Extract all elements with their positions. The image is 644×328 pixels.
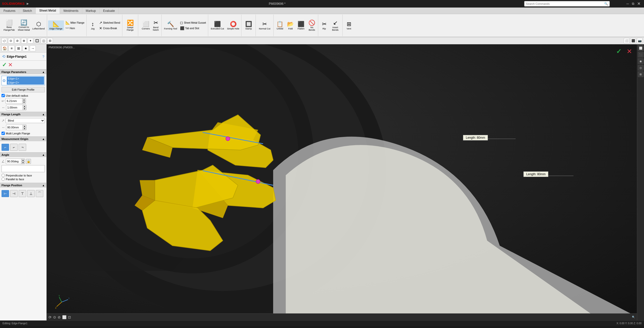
gap-up[interactable]: ▲ [23, 105, 26, 107]
flange-parameters-header[interactable]: Flange Parameters ▲ [0, 69, 46, 74]
mini-tool-3[interactable]: ◉ [638, 58, 643, 64]
insert-bends-btn[interactable]: ↙InsertBends [330, 19, 341, 32]
tab-features[interactable]: Features [0, 8, 19, 14]
hem-btn[interactable]: 〰Hem [64, 26, 86, 31]
edit-flange-profile-btn[interactable]: Edit Flange Profile [2, 87, 45, 92]
angle-up[interactable]: ▲ [21, 159, 25, 161]
sub-tool-2[interactable]: ⊙ [8, 38, 14, 44]
flange-length-header[interactable]: Flange Length ▲ [0, 112, 46, 117]
help-icon[interactable]: ? [42, 55, 44, 59]
mini-tool-4[interactable]: ◎ [638, 65, 643, 70]
parallel-face-radio[interactable] [2, 177, 5, 181]
simple-hole-btn[interactable]: ⭕Simple Hole [226, 20, 240, 30]
meas-btn-bend-inside[interactable]: ¬ [19, 144, 26, 151]
measurement-origin-header[interactable]: Measurement Origin ▲ [0, 136, 46, 141]
sub-tool-1[interactable]: ⭯ [2, 38, 7, 44]
tab-markup[interactable]: Markup [82, 8, 100, 14]
rip-btn[interactable]: ✂Rip [320, 20, 329, 30]
angle-ref-input[interactable] [2, 165, 45, 172]
fp-material-outside[interactable]: ⊣ [10, 190, 18, 197]
sub-tool-7[interactable]: ◫ [41, 38, 46, 44]
length-input[interactable] [6, 125, 23, 129]
panel-tool-star[interactable]: ★ [23, 45, 29, 51]
length-up[interactable]: ▲ [23, 125, 26, 127]
normal-cut-btn[interactable]: ✂Normal Cut [257, 20, 272, 30]
vent-btn[interactable]: ⊞Vent [344, 20, 354, 30]
unfold-btn[interactable]: 📋Unfold [275, 20, 285, 30]
meas-btn-bend-outside[interactable]: ⌐ [10, 144, 18, 151]
lofted-btn[interactable]: ⬡Lofted-Bend [31, 20, 46, 30]
miter-flange-btn[interactable]: 📐Miter Flange [64, 20, 86, 25]
edge-item-2[interactable]: Edge<2> [7, 81, 44, 85]
mini-tool-1[interactable]: ⬜ [638, 45, 643, 51]
angle-header[interactable]: Angle ▲ [0, 152, 46, 157]
swept-flange-btn[interactable]: 🔀SweptFlange [124, 19, 136, 32]
flange-position-header[interactable]: Flange Position ▲ [0, 183, 46, 188]
flange-type-select[interactable]: Blind Up to Vertex Up to Surface [6, 118, 45, 123]
bt-2[interactable]: ⊙ [53, 315, 56, 319]
tab-evaluate[interactable]: Evaluate [100, 8, 119, 14]
reject-button[interactable]: ✕ [8, 62, 13, 68]
radius-up[interactable]: ▲ [22, 98, 26, 101]
radius-input[interactable] [6, 99, 22, 103]
sub-tool-4[interactable]: ⊕ [21, 38, 27, 44]
fp-tangent[interactable]: ⌒ [36, 190, 43, 197]
edge-flange-btn[interactable]: 📐Edge Flange [48, 20, 64, 30]
restore-button[interactable]: ⧉ [630, 2, 636, 6]
cross-break-btn[interactable]: ✕Cross-Break [98, 26, 121, 31]
fp-material-inside[interactable]: ⊢ [2, 190, 9, 197]
no-bends-btn[interactable]: 🚫NoBends [307, 19, 317, 32]
angle-input[interactable] [6, 159, 21, 163]
bt-5[interactable]: ⊡ [68, 315, 71, 319]
view-toggle-2[interactable]: ⬛ [630, 38, 636, 44]
minimize-button[interactable]: ─ [625, 2, 630, 6]
tab-slot-btn[interactable]: ⬛Tab and Slot [179, 26, 207, 31]
angle-lock-btn[interactable]: 🔒 [26, 159, 31, 164]
sketched-bend-btn[interactable]: ↗Sketched Bend [98, 20, 121, 25]
multi-length-checkbox[interactable] [2, 132, 5, 135]
bt-1[interactable]: ⟳ [49, 315, 52, 319]
fp-bend-inside[interactable]: ⊥ [27, 190, 35, 197]
sheet-metal-gusset-btn[interactable]: ◻Sheet Metal Gusset [179, 20, 207, 25]
panel-tool-arrow[interactable]: → [30, 45, 36, 51]
stamp-btn[interactable]: 🔲Stamp [243, 20, 254, 30]
bt-4[interactable]: ⬜ [62, 315, 66, 319]
bt-3[interactable]: ⊘ [58, 315, 61, 319]
mini-tool-2[interactable]: ⬛ [638, 52, 643, 57]
panel-tool-home[interactable]: 🏠 [2, 45, 8, 51]
fold-btn[interactable]: 📂Fold [286, 20, 295, 30]
corners-btn[interactable]: ⬜Corners [140, 20, 152, 30]
use-default-radius-checkbox[interactable] [2, 94, 5, 97]
panel-tool-grid[interactable]: ⊞ [16, 45, 22, 51]
tab-weldments[interactable]: Weldments [60, 8, 82, 14]
flatten-btn[interactable]: ⬛Flatten [296, 20, 306, 30]
viewport-accept-btn[interactable]: ✓ [614, 47, 623, 56]
radius-down[interactable]: ▼ [22, 101, 26, 103]
convert-btn[interactable]: 🔄Convert toSheet Metal [17, 19, 31, 32]
sub-tool-8[interactable]: ⊟ [47, 38, 53, 44]
extruded-cut-btn[interactable]: ⬛Extruded Cut [209, 20, 226, 30]
length-down[interactable]: ▼ [23, 127, 26, 130]
meas-btn-outer[interactable]: ⌐ [2, 144, 9, 151]
accept-button[interactable]: ✓ [2, 62, 7, 68]
bend-notch-btn[interactable]: ✂BendNotch [152, 19, 160, 32]
edge-item-1[interactable]: Edge<1> [7, 77, 44, 81]
mini-tool-5[interactable]: ⊞ [638, 71, 643, 77]
perp-face-radio[interactable] [2, 174, 5, 177]
sub-tool-6[interactable]: 🔲 [34, 38, 40, 44]
base-btn[interactable]: ⬜BaseFlange/Tab [2, 19, 16, 32]
angle-down[interactable]: ▼ [21, 161, 25, 164]
close-button[interactable]: ✕ [636, 1, 642, 6]
fp-bend-outside[interactable]: ⊤ [19, 190, 26, 197]
gap-down[interactable]: ▼ [23, 107, 26, 110]
view-toggle-3[interactable]: 📷 [637, 38, 642, 44]
search-input[interactable] [526, 2, 604, 5]
tab-sketch[interactable]: Sketch [19, 8, 36, 14]
tab-sheet-metal[interactable]: Sheet Metal [36, 8, 60, 14]
forming-tool-btn[interactable]: 🔨Forming Tool [163, 20, 179, 30]
viewport-reject-btn[interactable]: ✕ [625, 47, 634, 56]
sub-tool-5[interactable]: ✦ [28, 38, 33, 44]
sub-tool-3[interactable]: ⊘ [15, 38, 20, 44]
jog-btn[interactable]: ↕Jog [88, 20, 98, 30]
panel-tool-list[interactable]: ≡ [9, 45, 15, 51]
